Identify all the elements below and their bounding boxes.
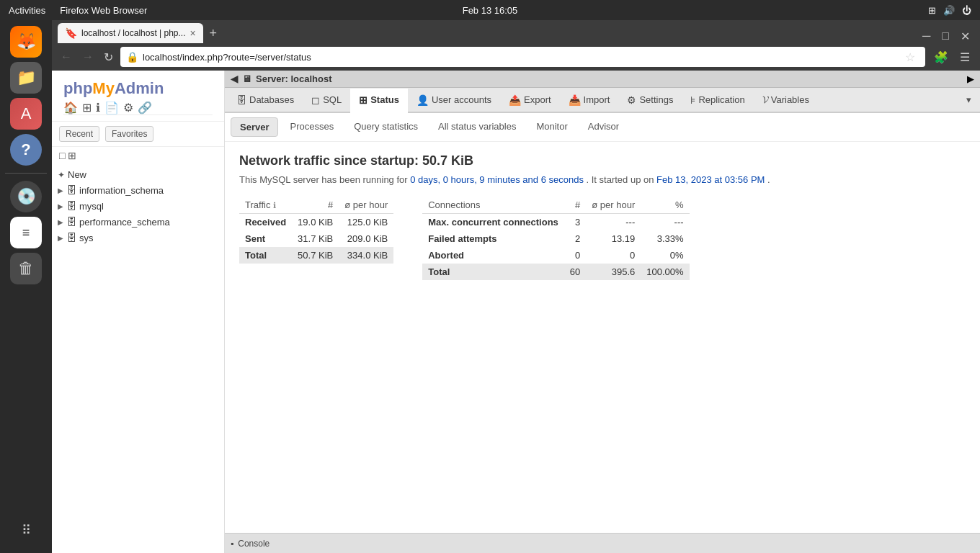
network-icon: ⊞ [928,5,936,16]
system-tray: ⊞ 🔊 ⏻ [928,5,971,16]
firefox-label: Firefox Web Browser [60,5,147,16]
datetime-label: Feb 13 16:05 [463,5,518,16]
activities-label[interactable]: Activities [9,5,45,16]
power-icon: ⏻ [962,5,971,16]
sound-icon: 🔊 [943,5,955,16]
os-topbar: Activities Firefox Web Browser Feb 13 16… [0,0,980,20]
